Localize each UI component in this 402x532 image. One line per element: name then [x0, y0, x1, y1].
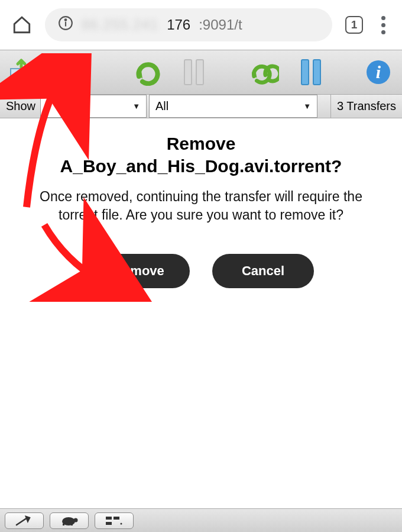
filter-status-select[interactable]: ▼	[40, 95, 147, 118]
dialog-body: Once removed, continuing the transfer wi…	[35, 188, 367, 224]
url-bar[interactable]: 86.255.241 176 :9091/t	[45, 8, 332, 41]
chevron-down-icon: ▼	[303, 102, 311, 111]
svg-rect-18	[106, 522, 112, 525]
svg-rect-17	[114, 517, 119, 520]
svg-rect-6	[196, 60, 203, 85]
bottom-toolbar	[0, 508, 402, 532]
dialog-title-line1: Remove	[167, 134, 236, 153]
svg-point-19	[121, 523, 122, 524]
pause-all-icon[interactable]	[296, 57, 326, 88]
tabs-button[interactable]: 1	[345, 16, 363, 34]
svg-rect-16	[106, 517, 112, 520]
url-tail: :9091/t	[199, 17, 242, 33]
svg-rect-7	[302, 60, 309, 85]
url-visible: 176	[167, 17, 190, 33]
tab-count: 1	[351, 18, 358, 31]
svg-text:i: i	[376, 62, 381, 82]
remove-button[interactable]: Remove	[88, 254, 190, 288]
svg-rect-8	[313, 60, 320, 85]
cancel-button[interactable]: Cancel	[212, 254, 314, 288]
chevron-down-icon: ▼	[132, 102, 140, 111]
svg-rect-5	[184, 60, 192, 85]
turtle-mode-icon[interactable]	[50, 512, 89, 529]
browser-menu-icon[interactable]	[376, 16, 390, 34]
main-toolbar: i	[0, 50, 402, 95]
svg-rect-15	[71, 524, 73, 525]
url-obscured: 86.255.241	[82, 17, 158, 33]
resume-icon[interactable]	[131, 57, 162, 88]
filter-tracker-value: All	[155, 99, 168, 113]
dialog-title: Remove A_Boy_and_His_Dog.avi.torrent?	[24, 133, 378, 177]
show-label: Show	[0, 95, 40, 118]
info-icon	[58, 15, 73, 34]
svg-rect-14	[63, 524, 64, 525]
dialog-buttons: Remove Cancel	[24, 254, 378, 288]
filter-tracker-select[interactable]: All ▼	[149, 95, 317, 118]
pause-icon[interactable]	[179, 57, 209, 88]
settings-icon[interactable]	[5, 512, 44, 529]
inspector-icon[interactable]: i	[363, 57, 394, 88]
remove-torrent-icon[interactable]	[56, 57, 86, 88]
remove-dialog: Remove A_Boy_and_His_Dog.avi.torrent? On…	[0, 118, 402, 288]
svg-point-2	[65, 19, 67, 21]
home-icon[interactable]	[12, 15, 32, 35]
resume-all-icon[interactable]	[248, 57, 279, 88]
filter-bar: Show ▼ All ▼ 3 Transfers	[0, 95, 402, 118]
svg-line-4	[64, 65, 78, 79]
svg-point-13	[74, 518, 78, 522]
transfers-count: 3 Transfers	[330, 95, 402, 118]
compact-view-icon[interactable]	[95, 512, 134, 529]
browser-chrome: 86.255.241 176 :9091/t 1	[0, 0, 402, 50]
dialog-title-line2: A_Boy_and_His_Dog.avi.torrent?	[60, 156, 342, 176]
open-torrent-icon[interactable]	[8, 57, 39, 88]
